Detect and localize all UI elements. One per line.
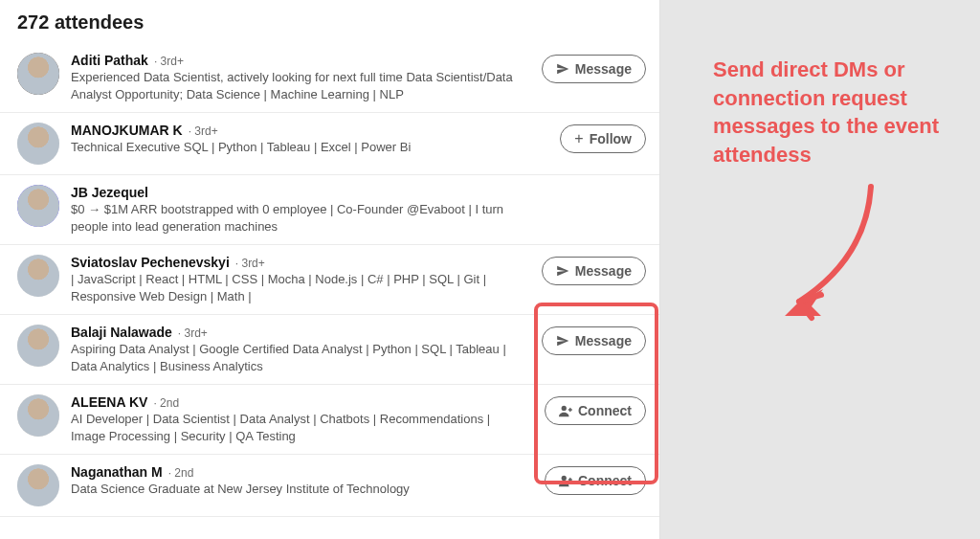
avatar-image <box>17 53 59 95</box>
attendee-name[interactable]: Naganathan M <box>71 464 163 480</box>
avatar[interactable] <box>17 325 59 367</box>
attendee-row[interactable]: ALEENA KV2ndAI Developer | Data Scientis… <box>0 385 659 455</box>
attendee-name[interactable]: Sviatoslav Pechenevskyi <box>71 255 230 270</box>
attendee-name[interactable]: JB Jezequel <box>71 185 148 200</box>
button-label: Message <box>575 61 632 77</box>
name-line: Naganathan M2nd <box>71 464 520 480</box>
attendee-row[interactable]: MANOJKUMAR K3rd+Technical Executive SQL … <box>0 113 659 175</box>
action-column: Message <box>531 255 646 285</box>
attendee-body: JB Jezequel$0 → $1M ARR bootstrapped wit… <box>71 185 520 235</box>
send-icon <box>556 62 569 76</box>
button-label: Connect <box>578 473 632 488</box>
avatar-image <box>17 394 59 437</box>
action-column: Connect <box>531 394 646 425</box>
name-line: Balaji Nalawade3rd+ <box>71 325 520 340</box>
avatar[interactable] <box>17 123 59 165</box>
attendee-body: Naganathan M2ndData Science Graduate at … <box>71 464 520 498</box>
avatar-image <box>17 255 59 297</box>
connection-degree: 3rd+ <box>154 55 184 68</box>
action-column: +Follow <box>531 123 646 153</box>
avatar[interactable] <box>17 394 59 437</box>
action-column: Connect <box>531 464 646 495</box>
attendee-row[interactable]: Balaji Nalawade3rd+Aspiring Data Analyst… <box>0 315 659 385</box>
avatar-image <box>17 123 59 165</box>
attendee-name[interactable]: Aditi Pathak <box>71 53 148 68</box>
button-label: Follow <box>590 131 632 146</box>
connection-degree: 3rd+ <box>235 257 265 270</box>
connection-degree: 2nd <box>153 396 179 410</box>
connect-button[interactable]: Connect <box>545 396 646 425</box>
message-button[interactable]: Message <box>542 257 646 285</box>
follow-button[interactable]: +Follow <box>560 124 646 153</box>
person-plus-icon <box>559 404 572 417</box>
connection-degree: 2nd <box>168 466 194 480</box>
avatar[interactable] <box>17 255 59 297</box>
button-label: Message <box>575 263 632 279</box>
name-line: JB Jezequel <box>71 185 520 200</box>
name-line: MANOJKUMAR K3rd+ <box>71 123 520 138</box>
attendee-name[interactable]: Balaji Nalawade <box>71 325 172 340</box>
message-button[interactable]: Message <box>542 326 646 355</box>
attendees-panel: 272 attendees Aditi Pathak3rd+Experience… <box>0 0 660 539</box>
action-column: Message <box>531 325 646 355</box>
attendee-headline: Experienced Data Scientist, actively loo… <box>71 69 520 102</box>
button-label: Message <box>575 333 632 348</box>
attendee-body: ALEENA KV2ndAI Developer | Data Scientis… <box>71 394 520 444</box>
annotation-text: Send direct DMs or connection request me… <box>713 56 967 169</box>
attendee-body: MANOJKUMAR K3rd+Technical Executive SQL … <box>71 123 520 156</box>
action-column <box>531 185 646 187</box>
avatar-image <box>17 325 59 367</box>
attendee-name[interactable]: ALEENA KV <box>71 394 147 410</box>
button-label: Connect <box>578 403 632 418</box>
attendee-headline: Data Science Graduate at New Jersey Inst… <box>71 481 520 498</box>
action-column: Message <box>531 53 646 83</box>
attendee-row[interactable]: JB Jezequel$0 → $1M ARR bootstrapped wit… <box>0 175 659 245</box>
person-plus-icon <box>559 474 572 487</box>
attendees-header: 272 attendees <box>0 11 659 43</box>
connection-degree: 3rd+ <box>189 124 218 138</box>
name-line: Aditi Pathak3rd+ <box>71 53 520 68</box>
annotation-arrow <box>766 182 880 326</box>
attendee-headline: | JavaScript | React | HTML | CSS | Moch… <box>71 271 520 304</box>
attendee-body: Balaji Nalawade3rd+Aspiring Data Analyst… <box>71 325 520 374</box>
attendee-row[interactable]: Naganathan M2ndData Science Graduate at … <box>0 455 659 517</box>
avatar[interactable] <box>17 185 59 227</box>
send-icon <box>556 264 569 278</box>
name-line: ALEENA KV2nd <box>71 394 520 410</box>
name-line: Sviatoslav Pechenevskyi3rd+ <box>71 255 520 270</box>
plus-icon: + <box>574 131 583 146</box>
avatar[interactable] <box>17 53 59 95</box>
avatar[interactable] <box>17 464 59 506</box>
attendee-headline: Aspiring Data Analyst | Google Certified… <box>71 341 520 374</box>
attendee-name[interactable]: MANOJKUMAR K <box>71 123 183 138</box>
attendee-body: Aditi Pathak3rd+Experienced Data Scienti… <box>71 53 520 102</box>
attendee-row[interactable]: Sviatoslav Pechenevskyi3rd+| JavaScript … <box>0 245 659 315</box>
attendee-headline: $0 → $1M ARR bootstrapped with 0 employe… <box>71 201 520 235</box>
connection-degree: 3rd+ <box>178 326 208 340</box>
attendee-headline: AI Developer | Data Scientist | Data Ana… <box>71 411 520 444</box>
message-button[interactable]: Message <box>542 55 646 83</box>
attendees-list: Aditi Pathak3rd+Experienced Data Scienti… <box>0 43 659 517</box>
attendee-body: Sviatoslav Pechenevskyi3rd+| JavaScript … <box>71 255 520 304</box>
attendee-row[interactable]: Aditi Pathak3rd+Experienced Data Scienti… <box>0 43 659 113</box>
send-icon <box>556 334 569 348</box>
attendee-headline: Technical Executive SQL | Python | Table… <box>71 139 520 156</box>
connect-button[interactable]: Connect <box>545 466 646 495</box>
avatar-image <box>17 185 59 227</box>
avatar-image <box>17 464 59 506</box>
